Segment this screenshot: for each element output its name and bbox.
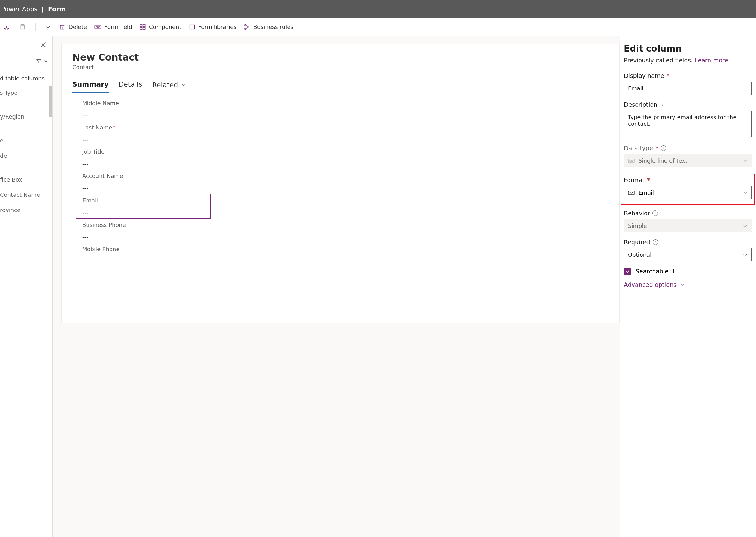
- required-asterisk: *: [656, 145, 659, 151]
- learn-more-link[interactable]: Learn more: [695, 57, 728, 63]
- form-field-last-name[interactable]: Last Name* ---: [76, 121, 210, 145]
- field-value: ---: [83, 209, 204, 216]
- side-section[interactable]: [573, 44, 619, 192]
- svg-rect-7: [143, 24, 145, 27]
- chevron-down-icon: [43, 59, 48, 63]
- datatype-label: Data type: [624, 145, 653, 151]
- form-canvas: New Contact Contact Summary Details Rela…: [53, 36, 620, 537]
- format-highlight-box: Format* Email: [621, 174, 755, 205]
- list-item[interactable]: fice Box: [0, 172, 53, 187]
- form-field-account-name[interactable]: Account Name ---: [76, 170, 210, 194]
- svg-rect-17: [628, 191, 634, 195]
- list-item[interactable]: [0, 124, 53, 133]
- text-icon: Abc: [628, 158, 635, 163]
- field-value: ---: [82, 160, 205, 167]
- field-value: ---: [82, 185, 205, 191]
- toolbar-chevron[interactable]: [44, 24, 52, 29]
- field-label: Last Name: [82, 124, 112, 131]
- check-icon: [625, 269, 630, 274]
- list-item[interactable]: Contact Name: [0, 187, 53, 202]
- list-item[interactable]: [0, 163, 53, 172]
- chevron-down-icon: [743, 252, 748, 257]
- list-item[interactable]: y/Region: [0, 109, 53, 124]
- formlibraries-label: Form libraries: [198, 23, 237, 30]
- toolbar-separator: [35, 23, 36, 31]
- form-title: New Contact: [72, 52, 609, 63]
- datatype-value: Single line of text: [638, 157, 688, 164]
- list-item[interactable]: [0, 100, 53, 109]
- list-item[interactable]: de: [0, 148, 53, 163]
- component-button[interactable]: Component: [139, 23, 181, 30]
- form-field-business-phone[interactable]: Business Phone ---: [76, 219, 210, 243]
- form-field-job-title[interactable]: Job Title ---: [76, 145, 210, 170]
- required-asterisk: *: [647, 177, 650, 184]
- chevron-down-icon: [743, 224, 748, 228]
- delete-label: Delete: [68, 23, 87, 30]
- businessrules-label: Business rules: [253, 23, 293, 30]
- required-asterisk: *: [667, 72, 670, 79]
- field-value: ---: [82, 234, 205, 240]
- chevron-down-icon: [181, 82, 186, 87]
- close-icon[interactable]: [40, 42, 46, 48]
- displayname-label: Display name: [624, 72, 664, 79]
- form-subtitle: Contact: [72, 64, 609, 70]
- tab-details[interactable]: Details: [119, 80, 142, 93]
- field-label: Middle Name: [82, 100, 119, 106]
- chevron-down-icon: [743, 158, 748, 163]
- chevron-down-icon: [680, 282, 685, 287]
- paste-button[interactable]: [18, 24, 27, 30]
- search-filter-box[interactable]: [0, 53, 53, 69]
- field-label: Mobile Phone: [82, 246, 120, 252]
- toolbar: Delete Abc Form field Component JS Form …: [0, 18, 756, 36]
- description-input[interactable]: Type the primary email address for the c…: [624, 110, 752, 137]
- advanced-options-toggle[interactable]: Advanced options: [624, 281, 752, 288]
- required-select[interactable]: Optional: [624, 248, 752, 261]
- svg-point-14: [248, 26, 249, 28]
- businessrules-button[interactable]: Business rules: [244, 23, 293, 30]
- form-card: New Contact Contact Summary Details Rela…: [61, 44, 620, 323]
- field-label: Job Title: [82, 148, 104, 155]
- field-label: Business Phone: [82, 222, 126, 228]
- svg-point-12: [245, 24, 246, 26]
- form-field-email[interactable]: Email ---: [76, 194, 210, 219]
- searchable-checkbox[interactable]: [624, 268, 631, 275]
- field-label: Email: [83, 197, 98, 204]
- delete-button[interactable]: Delete: [59, 23, 87, 30]
- section-name: Form: [48, 5, 66, 13]
- list-item[interactable]: rovince: [0, 202, 53, 218]
- required-label: Required: [624, 239, 650, 246]
- info-icon[interactable]: i: [673, 268, 674, 274]
- tab-related[interactable]: Related: [152, 80, 186, 93]
- tab-summary[interactable]: Summary: [72, 80, 109, 93]
- behavior-value: Simple: [628, 223, 647, 229]
- scrollbar[interactable]: [49, 86, 53, 117]
- form-field-mobile-phone[interactable]: Mobile Phone: [76, 243, 210, 255]
- format-select[interactable]: Email: [624, 186, 752, 199]
- form-field-middle-name[interactable]: Middle Name ---: [76, 97, 210, 121]
- info-icon[interactable]: i: [660, 102, 665, 107]
- left-section-header: d table columns: [0, 73, 53, 85]
- required-value: Optional: [628, 251, 652, 258]
- format-value: Email: [638, 189, 654, 196]
- list-item[interactable]: s Type: [0, 85, 53, 100]
- format-label: Format: [624, 177, 645, 184]
- formlibraries-button[interactable]: JS Form libraries: [189, 23, 237, 30]
- cut-button[interactable]: [3, 24, 11, 30]
- info-icon[interactable]: i: [653, 239, 658, 245]
- panel-title: Edit column: [624, 43, 752, 54]
- info-icon[interactable]: i: [661, 145, 666, 151]
- svg-rect-9: [143, 27, 145, 30]
- component-label: Component: [149, 23, 181, 30]
- panel-subtitle: Previously called fields. Learn more: [624, 57, 752, 63]
- title-bar: Power Apps | Form: [0, 0, 756, 18]
- svg-point-13: [245, 28, 246, 29]
- svg-rect-6: [140, 24, 142, 27]
- formfield-button[interactable]: Abc Form field: [94, 23, 132, 30]
- list-item[interactable]: e: [0, 133, 53, 148]
- app-name: Power Apps: [1, 5, 37, 13]
- searchable-label: Searchable: [636, 268, 668, 275]
- title-divider: |: [42, 5, 44, 13]
- svg-text:Abc: Abc: [629, 160, 633, 162]
- info-icon[interactable]: i: [652, 210, 658, 216]
- displayname-input[interactable]: [624, 82, 752, 95]
